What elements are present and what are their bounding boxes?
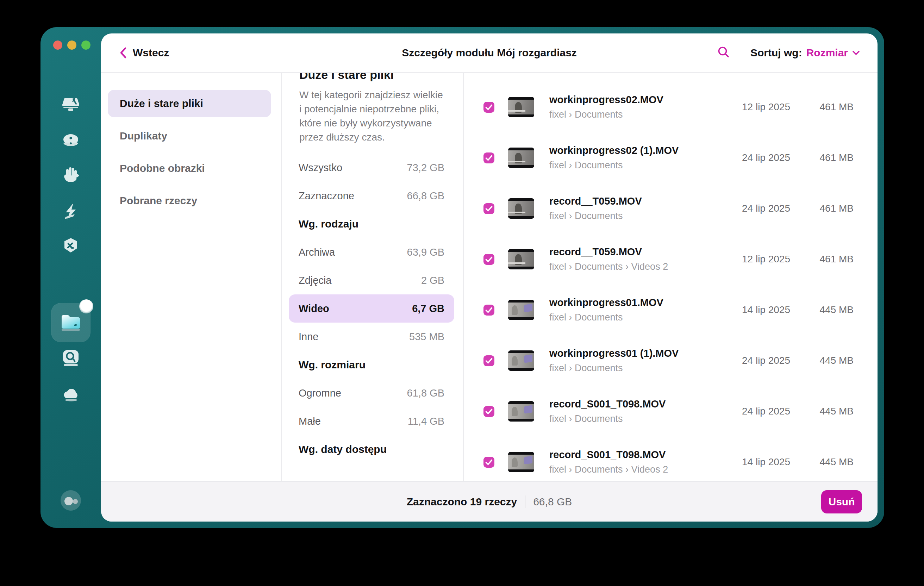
file-row[interactable]: record_S001_T098.MOV fixel › Documents 2… [464,386,878,437]
orb-icon[interactable] [59,130,82,152]
file-path: fixel › Documents [549,413,699,424]
video-thumbnail [508,148,534,168]
video-thumbnail [508,249,534,269]
filter-row-video[interactable]: Wideo 6,7 GB [289,294,454,323]
file-path: fixel › Documents › Videos 2 [549,261,699,272]
file-meta: workinprogress02.MOV fixel › Documents [549,94,699,120]
selection-count: Zaznaczono 19 rzeczy [407,496,517,508]
video-thumbnail [508,198,534,219]
filter-panel: Duże i stare pliki W tej kategorii znajd… [282,73,464,481]
file-row[interactable]: workinprogress02.MOV fixel › Documents 1… [464,82,878,132]
file-list: workinprogress02.MOV fixel › Documents 1… [464,73,878,481]
drive-search-icon[interactable] [59,347,82,369]
file-meta: workinprogress02 (1).MOV fixel › Documen… [549,145,699,171]
file-row[interactable]: record__T059.MOV fixel › Documents 24 li… [464,183,878,234]
footer-divider [525,495,525,508]
cloud-icon[interactable] [59,383,82,406]
file-size: 461 MB [790,203,853,214]
notification-badge [79,299,93,314]
selection-size: 66,8 GB [533,496,572,508]
file-date: 24 lip 2025 [699,355,790,366]
filter-panel-description: W tej kategorii znajdziesz wielkie i pot… [299,88,446,144]
checkbox-checked[interactable] [483,203,494,214]
chevron-down-icon [852,50,860,55]
file-row[interactable]: workinprogress01.MOV fixel › Documents 1… [464,284,878,335]
hand-icon[interactable] [59,164,82,186]
file-meta: record__T059.MOV fixel › Documents [549,195,699,221]
filter-row-archives[interactable]: Archiwa 63,9 GB [289,238,454,266]
file-name: record_S001_T098.MOV [549,449,699,461]
filter-row-other[interactable]: Inne 535 MB [289,323,454,351]
back-button[interactable]: Wstecz [119,47,169,59]
category-item-duplicates[interactable]: Duplikaty [108,122,271,150]
checkbox-checked[interactable] [483,355,494,366]
checkbox-checked[interactable] [483,102,494,113]
selection-footer: Zaznaczono 19 rzeczy 66,8 GB Usuń [101,481,878,522]
file-date: 24 lip 2025 [699,203,790,214]
video-thumbnail [508,97,534,117]
filter-row-selected[interactable]: Zaznaczone 66,8 GB [289,182,454,210]
sort-label: Sortuj wg: [751,47,802,59]
file-name: workinprogress01 (1).MOV [549,348,699,359]
file-path: fixel › Documents [549,109,699,120]
filter-row-small[interactable]: Małe 11,4 GB [289,407,454,435]
file-size: 461 MB [790,101,853,113]
hexagon-tools-icon[interactable] [59,235,82,258]
file-date: 12 lip 2025 [699,101,790,113]
file-path: fixel › Documents [549,312,699,323]
filter-panel-head: Duże i stare pliki W tej kategorii znajd… [282,73,463,144]
back-button-label: Wstecz [133,47,169,59]
toolbar-right: Sortuj wg: Rozmiar [717,46,878,60]
file-meta: record_S001_T098.MOV fixel › Documents [549,398,699,424]
desktop-background: Wstecz Szczegóły modułu Mój rozgardiasz … [0,0,924,586]
filter-rows: Wszystko 73,2 GB Zaznaczone 66,8 GB Wg. … [282,154,463,464]
category-item-downloads[interactable]: Pobrane rzeczy [108,187,271,215]
checkbox-checked[interactable] [483,305,494,315]
search-button[interactable] [717,46,730,60]
checkbox-checked[interactable] [483,457,494,468]
filter-panel-title: Duże i stare pliki [299,73,446,82]
lightning-icon[interactable] [60,200,82,222]
filter-row-photos[interactable]: Zdjęcia 2 GB [289,266,454,294]
monitor-icon[interactable] [59,93,82,116]
file-meta: record__T059.MOV fixel › Documents › Vid… [549,246,699,272]
file-size: 445 MB [790,304,853,315]
file-row[interactable]: record_S001_T098.MOV fixel › Documents ›… [464,437,878,481]
file-path: fixel › Documents [549,211,699,221]
file-size: 461 MB [790,254,853,265]
file-date: 14 lip 2025 [699,304,790,315]
toolbar: Wstecz Szczegóły modułu Mój rozgardiasz … [101,33,878,73]
file-name: record__T059.MOV [549,195,699,207]
sort-value: Rozmiar [806,47,848,59]
file-size: 445 MB [790,355,853,366]
file-size: 445 MB [790,406,853,417]
file-name: workinprogress02.MOV [549,94,699,106]
checkbox-checked[interactable] [483,254,494,265]
checkbox-checked[interactable] [483,406,494,417]
category-item-similar-images[interactable]: Podobne obrazki [108,155,271,182]
filter-row-huge[interactable]: Ogromne 61,8 GB [289,379,454,407]
file-row[interactable]: record__T059.MOV fixel › Documents › Vid… [464,234,878,284]
video-thumbnail [508,350,534,371]
main-panel: Wstecz Szczegóły modułu Mój rozgardiasz … [101,33,878,522]
content-area: Duże i stare pliki Duplikaty Podobne obr… [101,73,878,481]
category-item-large-old-files[interactable]: Duże i stare pliki [108,90,271,117]
user-avatar[interactable] [59,489,82,512]
file-name: workinprogress01.MOV [549,297,699,309]
checkbox-checked[interactable] [483,152,494,163]
sort-dropdown[interactable]: Sortuj wg: Rozmiar [751,47,860,59]
file-row[interactable]: workinprogress01 (1).MOV fixel › Documen… [464,335,878,386]
page-title: Szczegóły modułu Mój rozgardiasz [402,47,577,59]
delete-button[interactable]: Usuń [821,490,862,513]
filter-section-by-size: Wg. rozmiaru [289,351,454,379]
category-list: Duże i stare pliki Duplikaty Podobne obr… [101,73,282,481]
folder-icon-selected-tile[interactable] [51,303,91,342]
file-row[interactable]: workinprogress02 (1).MOV fixel › Documen… [464,132,878,183]
video-thumbnail [508,401,534,421]
filter-row-all[interactable]: Wszystko 73,2 GB [289,154,454,182]
file-name: workinprogress02 (1).MOV [549,145,699,156]
file-name: record_S001_T098.MOV [549,398,699,410]
file-date: 14 lip 2025 [699,456,790,468]
file-date: 12 lip 2025 [699,254,790,265]
file-meta: workinprogress01.MOV fixel › Documents [549,297,699,323]
